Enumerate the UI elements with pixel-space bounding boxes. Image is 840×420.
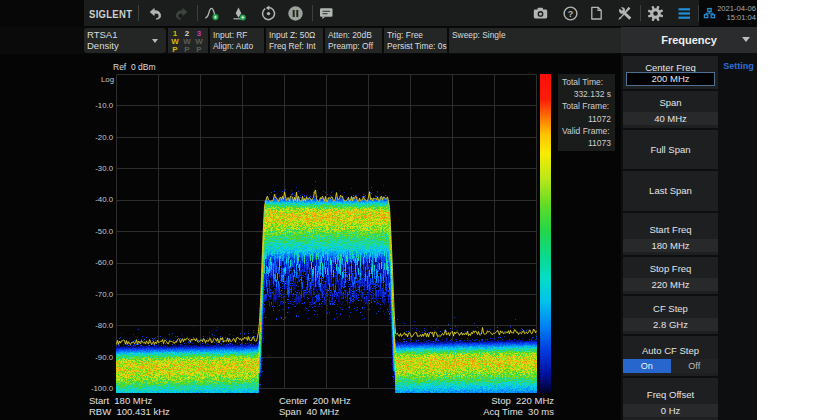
toggle-off[interactable]: Off xyxy=(671,359,719,373)
trace-detector: P xyxy=(169,46,181,54)
info-label: Valid Frame: xyxy=(562,125,611,137)
button-value: 220 MHz xyxy=(623,278,718,291)
status-segment[interactable]: Sweep: Single xyxy=(449,28,621,53)
button-value: 2.8 GHz xyxy=(623,318,718,331)
panel-button-span[interactable]: Span40 MHz xyxy=(623,91,718,128)
chevron-down-icon xyxy=(742,37,750,42)
datetime-display: 2021-04-06 15:01:04 xyxy=(710,4,756,24)
spectrum-plot-area: Ref 0 dBm Log -10.0-20.0-30.0-40.0-50.0-… xyxy=(0,54,621,420)
status-line2: Persist Time: 0s xyxy=(387,41,447,52)
trace-detector: P xyxy=(193,46,205,54)
siglent-logo: SIGLENT xyxy=(89,7,132,20)
button-label: Start Freq xyxy=(623,224,718,235)
undo-icon[interactable] xyxy=(146,5,163,22)
button-label: Freq Offset xyxy=(623,389,718,400)
settings-gear-icon[interactable] xyxy=(647,5,664,22)
top-toolbar: SIGLENT ? 2021-04-06 15:01:04 xyxy=(0,0,757,27)
info-label: Total Frame: xyxy=(562,100,611,112)
button-label: CF Step xyxy=(623,303,718,314)
frequency-menu-panel: Frequency Setting Center Freq200 MHzSpan… xyxy=(621,27,757,420)
status-line2: Freq Ref: Int xyxy=(269,41,323,52)
redo-icon xyxy=(174,5,191,22)
panel-button-full-span[interactable]: Full Span xyxy=(623,130,718,169)
stop-freq-annotation: Stop 220 MHz Acq Time 30 ms xyxy=(454,395,554,417)
status-line2: Preamp: Off xyxy=(328,41,382,52)
button-label: Stop Freq xyxy=(623,263,718,274)
y-axis-label: -100.0 xyxy=(73,384,113,393)
panel-button-auto-cf-step[interactable]: Auto CF StepOnOff xyxy=(623,336,718,376)
status-segment[interactable]: Trig: FreePersist Time: 0s xyxy=(384,28,447,53)
trace-table[interactable]: 1WP2WP3WP xyxy=(168,28,208,53)
annotation-line: RBW 100.431 kHz xyxy=(89,406,170,417)
peak-search-icon[interactable] xyxy=(204,5,221,22)
status-segment[interactable]: Atten: 20dBPreamp: Off xyxy=(325,28,382,53)
trace-indicator-1[interactable]: 1WP xyxy=(169,30,181,53)
file-icon[interactable] xyxy=(588,5,605,22)
pause-icon[interactable] xyxy=(287,5,304,22)
y-axis-label: -50.0 xyxy=(73,227,113,236)
center-freq-annotation: Center 200 MHz Span 40 MHz xyxy=(279,395,351,417)
panel-button-center-freq[interactable]: Center Freq200 MHz xyxy=(623,56,718,89)
marker-peak-icon[interactable] xyxy=(231,5,248,22)
trace-detector: P xyxy=(181,46,193,54)
toolbar-separator xyxy=(197,5,198,21)
date-text: 2021-04-06 xyxy=(710,4,756,14)
panel-button-last-span[interactable]: Last Span xyxy=(623,171,718,211)
tab-setting[interactable]: Setting xyxy=(720,61,757,71)
time-text: 15:01:04 xyxy=(710,13,756,23)
button-value: 40 MHz xyxy=(623,112,718,125)
y-axis-label: -40.0 xyxy=(73,195,113,204)
y-axis-label: -90.0 xyxy=(73,353,113,362)
toolbar-separator xyxy=(312,5,313,21)
status-line1: Atten: 20dB xyxy=(328,30,382,41)
toolbar-separator xyxy=(138,5,139,21)
status-segment[interactable]: Input: RFAlign: Auto xyxy=(210,28,264,53)
info-label: Total Time: xyxy=(562,76,611,88)
info-value: 11073 xyxy=(562,137,611,149)
acquisition-info-box: Total Time:332.132 sTotal Frame:11072Val… xyxy=(558,74,615,151)
toggle-on[interactable]: On xyxy=(623,359,671,373)
screenshot-icon[interactable] xyxy=(532,5,549,22)
scale-type-label: Log xyxy=(74,75,114,84)
mode-selector[interactable]: RTSA1 Density xyxy=(84,28,166,53)
restart-icon[interactable] xyxy=(260,5,277,22)
chevron-down-icon xyxy=(152,39,158,43)
toolbar-separator xyxy=(640,5,641,21)
toolbar-separator xyxy=(698,5,699,21)
ref-level-label: Ref 0 dBm xyxy=(113,62,156,72)
y-axis-label: -70.0 xyxy=(73,290,113,299)
panel-title-text: Frequency xyxy=(661,34,717,46)
tools-icon[interactable] xyxy=(616,5,633,22)
panel-button-start-freq[interactable]: Start Freq180 MHz xyxy=(623,213,718,255)
svg-text:?: ? xyxy=(568,9,574,19)
panel-button-stop-freq[interactable]: Stop Freq220 MHz xyxy=(623,257,718,294)
button-value: 0 Hz xyxy=(623,404,718,417)
panel-title[interactable]: Frequency xyxy=(621,27,757,53)
auto-cf-toggle[interactable]: OnOff xyxy=(623,359,718,373)
spectrum-density-display[interactable] xyxy=(116,74,537,393)
annotation-line: Start 180 MHz xyxy=(89,395,170,406)
density-colorbar xyxy=(540,74,551,393)
button-label: Auto CF Step xyxy=(623,345,718,356)
status-line2: Align: Auto xyxy=(213,41,264,52)
menu-list-icon[interactable] xyxy=(676,5,693,22)
button-label: Span xyxy=(623,97,718,108)
trace-indicator-2[interactable]: 2WP xyxy=(181,30,193,53)
annotation-icon[interactable] xyxy=(318,5,335,22)
analyzer-app: SIGLENT ? 2021-04-06 15:01:04 RTSA1 Dens… xyxy=(0,0,757,420)
panel-button-freq-offset[interactable]: Freq Offset0 Hz xyxy=(623,378,718,420)
help-icon[interactable]: ? xyxy=(562,5,579,22)
status-line1: Input Z: 50Ω xyxy=(269,30,323,41)
start-freq-annotation: Start 180 MHz RBW 100.431 kHz xyxy=(89,395,170,417)
y-axis-label: -60.0 xyxy=(73,258,113,267)
y-axis-label: -30.0 xyxy=(73,164,113,173)
panel-button-cf-step[interactable]: CF Step2.8 GHz xyxy=(623,296,718,334)
status-segment[interactable]: Input Z: 50ΩFreq Ref: Int xyxy=(266,28,323,53)
info-value: 332.132 s xyxy=(562,88,611,100)
button-label: Full Span xyxy=(623,144,718,155)
annotation-line: Center 200 MHz xyxy=(279,395,351,406)
status-line1: Input: RF xyxy=(213,30,264,41)
button-value: 200 MHz xyxy=(626,72,715,86)
trace-indicator-3[interactable]: 3WP xyxy=(193,30,205,53)
y-axis-label: -10.0 xyxy=(73,101,113,110)
